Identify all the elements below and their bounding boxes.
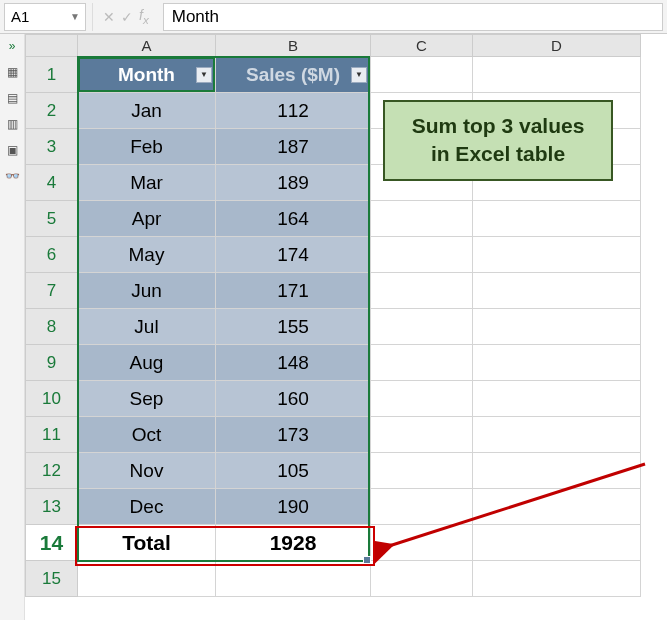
cell[interactable]: [473, 273, 641, 309]
table-header-month-label: Month: [118, 64, 175, 85]
col-header-B[interactable]: B: [216, 35, 371, 57]
select-all-corner[interactable]: [26, 35, 78, 57]
total-value-cell[interactable]: 1928: [216, 525, 371, 561]
table-cell-sales[interactable]: 164: [216, 201, 371, 237]
binoculars-icon[interactable]: 👓: [4, 168, 20, 184]
col-header-A[interactable]: A: [78, 35, 216, 57]
table-cell-sales[interactable]: 187: [216, 129, 371, 165]
cell[interactable]: [473, 489, 641, 525]
cell[interactable]: [473, 381, 641, 417]
tool-icon-2[interactable]: ▤: [4, 90, 20, 106]
cell[interactable]: [371, 201, 473, 237]
table-cell-month[interactable]: May: [78, 237, 216, 273]
cell[interactable]: [473, 525, 641, 561]
cell[interactable]: [371, 309, 473, 345]
cell[interactable]: [371, 237, 473, 273]
cell[interactable]: [371, 273, 473, 309]
cell[interactable]: [371, 381, 473, 417]
filter-dropdown-icon[interactable]: ▼: [196, 67, 212, 83]
row-header[interactable]: 10: [26, 381, 78, 417]
worksheet[interactable]: A B C D 1 Month ▼ Sales ($M) ▼ 2J: [25, 34, 667, 620]
table-cell-sales[interactable]: 148: [216, 345, 371, 381]
row-header[interactable]: 11: [26, 417, 78, 453]
tool-icon-3[interactable]: ▥: [4, 116, 20, 132]
table-cell-month[interactable]: Jul: [78, 309, 216, 345]
table-cell-sales[interactable]: 171: [216, 273, 371, 309]
row-header[interactable]: 7: [26, 273, 78, 309]
side-toolbar: » ▦ ▤ ▥ ▣ 👓: [0, 34, 25, 620]
table-cell-month[interactable]: Jan: [78, 93, 216, 129]
row-header[interactable]: 3: [26, 129, 78, 165]
col-header-D[interactable]: D: [473, 35, 641, 57]
table-cell-sales[interactable]: 112: [216, 93, 371, 129]
formula-buttons: ✕ ✓ fx: [92, 3, 159, 31]
cell[interactable]: [473, 453, 641, 489]
row-header-1[interactable]: 1: [26, 57, 78, 93]
row-header[interactable]: 8: [26, 309, 78, 345]
row-header[interactable]: 4: [26, 165, 78, 201]
table-cell-month[interactable]: Mar: [78, 165, 216, 201]
row-header[interactable]: 15: [26, 561, 78, 597]
tool-icon-1[interactable]: ▦: [4, 64, 20, 80]
formula-input[interactable]: [163, 3, 663, 31]
expand-icon[interactable]: »: [4, 38, 20, 54]
cell[interactable]: [371, 417, 473, 453]
cell[interactable]: [473, 561, 641, 597]
table-cell-month[interactable]: Oct: [78, 417, 216, 453]
table-cell-sales[interactable]: 190: [216, 489, 371, 525]
table-cell-month[interactable]: Dec: [78, 489, 216, 525]
col-header-C[interactable]: C: [371, 35, 473, 57]
table-cell-sales[interactable]: 155: [216, 309, 371, 345]
column-headers[interactable]: A B C D: [26, 35, 641, 57]
row-header[interactable]: 13: [26, 489, 78, 525]
table-cell-sales[interactable]: 189: [216, 165, 371, 201]
cell-D1[interactable]: [473, 57, 641, 93]
row-header[interactable]: 12: [26, 453, 78, 489]
row-header[interactable]: 9: [26, 345, 78, 381]
table-header-sales-label: Sales ($M): [246, 64, 340, 85]
note-line1: Sum top 3 values: [399, 112, 597, 140]
row-header[interactable]: 2: [26, 93, 78, 129]
cell[interactable]: [371, 345, 473, 381]
table-header-sales[interactable]: Sales ($M) ▼: [216, 57, 371, 93]
cell[interactable]: [371, 453, 473, 489]
cell[interactable]: [473, 237, 641, 273]
cell[interactable]: [216, 561, 371, 597]
table-cell-month[interactable]: Apr: [78, 201, 216, 237]
cell[interactable]: [473, 201, 641, 237]
tool-icon-4[interactable]: ▣: [4, 142, 20, 158]
table-cell-sales[interactable]: 174: [216, 237, 371, 273]
fx-icon[interactable]: fx: [139, 7, 149, 26]
row-header[interactable]: 14: [26, 525, 78, 561]
table-cell-month[interactable]: Jun: [78, 273, 216, 309]
table-resize-handle[interactable]: [363, 556, 371, 564]
formula-bar: ▼ ✕ ✓ fx: [0, 0, 667, 34]
annotation-note: Sum top 3 values in Excel table: [383, 100, 613, 181]
table-cell-month[interactable]: Aug: [78, 345, 216, 381]
cell-C1[interactable]: [371, 57, 473, 93]
name-box[interactable]: ▼: [4, 3, 86, 31]
cell[interactable]: [371, 525, 473, 561]
table-cell-sales[interactable]: 160: [216, 381, 371, 417]
cell[interactable]: [473, 417, 641, 453]
table-cell-month[interactable]: Nov: [78, 453, 216, 489]
note-line2: in Excel table: [399, 140, 597, 168]
filter-dropdown-icon[interactable]: ▼: [351, 67, 367, 83]
table-cell-sales[interactable]: 173: [216, 417, 371, 453]
cell[interactable]: [473, 345, 641, 381]
cancel-icon: ✕: [103, 9, 115, 25]
row-header[interactable]: 5: [26, 201, 78, 237]
cell[interactable]: [78, 561, 216, 597]
row-header[interactable]: 6: [26, 237, 78, 273]
table-header-month[interactable]: Month ▼: [78, 57, 216, 93]
cell[interactable]: [473, 309, 641, 345]
table-cell-month[interactable]: Feb: [78, 129, 216, 165]
name-box-input[interactable]: [5, 6, 69, 27]
cell[interactable]: [371, 561, 473, 597]
accept-icon: ✓: [121, 9, 133, 25]
name-box-dropdown-icon[interactable]: ▼: [69, 11, 85, 22]
table-cell-sales[interactable]: 105: [216, 453, 371, 489]
cell[interactable]: [371, 489, 473, 525]
total-label-cell[interactable]: Total: [78, 525, 216, 561]
table-cell-month[interactable]: Sep: [78, 381, 216, 417]
